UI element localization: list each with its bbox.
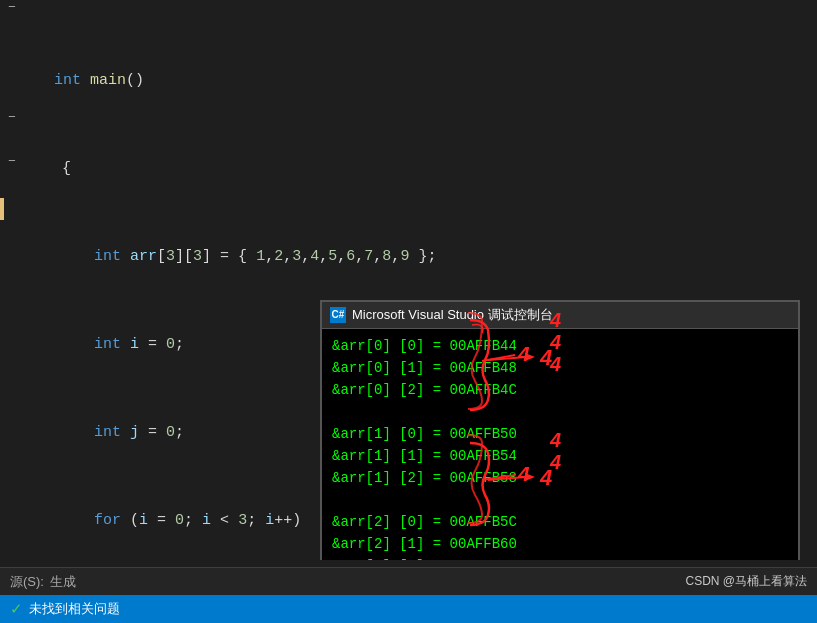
current-line-bar bbox=[0, 198, 4, 220]
fold-indicator-1[interactable]: − bbox=[8, 0, 16, 15]
console-title-bar: C# Microsoft Visual Studio 调试控制台 bbox=[322, 302, 798, 329]
console-body: &arr[0] [0] = 00AFFB44 &arr[0] [1] = 00A… bbox=[322, 329, 798, 560]
code-line-1: int main() bbox=[50, 70, 817, 92]
code-line-3: int arr[3][3] = { 1,2,3,4,5,6,7,8,9 }; bbox=[50, 246, 817, 268]
fold-indicator-3[interactable]: − bbox=[8, 154, 16, 169]
console-line-blank-1 bbox=[332, 401, 788, 423]
console-window: C# Microsoft Visual Studio 调试控制台 &arr[0]… bbox=[320, 300, 800, 560]
console-line-2: &arr[0] [1] = 00AFFB48 bbox=[332, 357, 788, 379]
fn-main: main bbox=[90, 70, 126, 92]
status-bar: ✓ 未找到相关问题 bbox=[0, 595, 817, 623]
source-value: 生成 bbox=[50, 573, 76, 591]
vs-icon: C# bbox=[330, 307, 346, 323]
console-line-9: &arr[2] [2] = 00AFFB64 bbox=[332, 555, 788, 560]
console-line-blank-2 bbox=[332, 489, 788, 511]
console-line-7: &arr[2] [0] = 00AFFB5C bbox=[332, 511, 788, 533]
console-line-4: &arr[1] [0] = 00AFFB50 bbox=[332, 423, 788, 445]
status-left: ✓ 未找到相关问题 bbox=[10, 600, 120, 618]
line-gutter: − − − bbox=[0, 0, 50, 560]
console-title: Microsoft Visual Studio 调试控制台 bbox=[352, 306, 553, 324]
console-line-5: &arr[1] [1] = 00AFFB54 bbox=[332, 445, 788, 467]
watermark: CSDN @马桶上看算法 bbox=[685, 573, 807, 590]
fold-indicator-2[interactable]: − bbox=[8, 110, 16, 125]
source-bar: 源(S): 生成 CSDN @马桶上看算法 bbox=[0, 567, 817, 595]
source-label: 源(S): bbox=[10, 573, 44, 591]
keyword-int: int bbox=[54, 70, 81, 92]
code-editor: − − − int main() { int arr[3][3] = { 1,2… bbox=[0, 0, 817, 560]
check-icon: ✓ bbox=[10, 600, 23, 618]
console-line-3: &arr[0] [2] = 00AFFB4C bbox=[332, 379, 788, 401]
status-message: 未找到相关问题 bbox=[29, 600, 120, 618]
console-line-1: &arr[0] [0] = 00AFFB44 bbox=[332, 335, 788, 357]
code-line-2: { bbox=[50, 158, 817, 180]
console-line-8: &arr[2] [1] = 00AFFB60 bbox=[332, 533, 788, 555]
console-line-6: &arr[1] [2] = 00AFFB58 bbox=[332, 467, 788, 489]
